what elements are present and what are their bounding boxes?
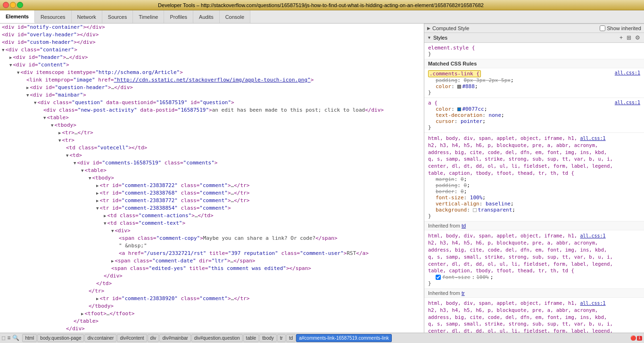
dom-line[interactable]: ▶<td class="comment-actions">…</td>: [0, 212, 424, 220]
dom-line[interactable]: <div id="overlay-header"></div>: [0, 31, 424, 39]
dom-line[interactable]: ▶<div id="header">…</div>: [0, 54, 424, 61]
dom-line[interactable]: ▼<table>: [0, 167, 424, 174]
dom-line[interactable]: ▶<span class="comment-date" dir="ltr">…<…: [0, 257, 424, 265]
css-file-link[interactable]: all.css:1: [580, 233, 605, 238]
toggle-style-icon[interactable]: ⊞: [626, 34, 632, 41]
css-file-link[interactable]: all.css:1: [580, 301, 605, 306]
show-inherited-checkbox[interactable]: [600, 25, 605, 31]
tab-elements[interactable]: Elements: [0, 10, 35, 23]
dom-line[interactable]: ▶<tr id="comment-23838768" class="commen…: [0, 189, 424, 197]
breadcrumb-container[interactable]: div.container: [84, 334, 116, 342]
tab-sources[interactable]: Sources: [102, 10, 133, 23]
dom-line[interactable]: " &nbsp;": [0, 242, 424, 250]
dom-line[interactable]: ▼<tr>: [0, 137, 424, 144]
expand-icon[interactable]: ▼: [81, 168, 83, 173]
breadcrumb-content[interactable]: div#content: [117, 334, 147, 342]
expand-icon[interactable]: ▶: [58, 131, 61, 135]
dom-line[interactable]: ▼<td class="comment-text">: [0, 220, 424, 227]
computed-triangle-icon[interactable]: ▶: [427, 26, 430, 31]
add-style-icon[interactable]: +: [619, 34, 624, 41]
expand-icon[interactable]: ▼: [104, 221, 106, 226]
dom-line[interactable]: ▶<tr id="comment-23838772" class="commen…: [0, 197, 424, 204]
expand-icon[interactable]: ▶: [9, 55, 12, 60]
minimize-button[interactable]: [10, 2, 16, 8]
tab-profiles[interactable]: Profiles: [164, 10, 193, 23]
dom-line[interactable]: ▼<div class="container">: [0, 46, 424, 54]
breadcrumb-question[interactable]: div#question.question: [191, 334, 243, 342]
breadcrumb-tr[interactable]: tr: [277, 334, 286, 342]
breadcrumb-div[interactable]: div: [148, 334, 159, 342]
expand-icon[interactable]: ▼: [96, 206, 99, 211]
expand-icon[interactable]: ▼: [9, 63, 12, 67]
expand-icon[interactable]: ▼: [111, 229, 114, 233]
font-size-inherited-checkbox[interactable]: [436, 275, 441, 280]
expand-icon[interactable]: ▼: [26, 93, 29, 98]
dom-line[interactable]: </div>: [0, 325, 424, 333]
breadcrumb-body[interactable]: body.question-page: [37, 334, 84, 342]
tab-network[interactable]: Network: [72, 10, 102, 23]
dom-line[interactable]: ▼<tr id="comment-23838854" class="commen…: [0, 204, 424, 212]
dom-line[interactable]: ▼<div id="mainbar">: [0, 91, 424, 99]
breadcrumb-html[interactable]: html: [22, 334, 37, 342]
dom-line[interactable]: ▶<tr>…</tr>: [0, 129, 424, 137]
expand-icon[interactable]: ▶: [104, 213, 106, 218]
expand-icon[interactable]: ▶: [26, 85, 29, 90]
dom-line[interactable]: <span class="comment-copy">Maybe you can…: [0, 235, 424, 242]
dom-line[interactable]: ▶<div id="question-header">…</div>: [0, 84, 424, 91]
expand-icon[interactable]: ▼: [17, 70, 19, 75]
dom-line[interactable]: </div>: [0, 272, 424, 280]
expand-icon[interactable]: ▼: [58, 138, 61, 143]
tab-audits[interactable]: Audits: [193, 10, 220, 23]
dom-line[interactable]: <a href="/users/2332721/rst" title="397 …: [0, 250, 424, 257]
inherited-td-link[interactable]: td: [462, 223, 466, 229]
dom-line[interactable]: ▶<tr id="comment-23838920" class="commen…: [0, 295, 424, 302]
dom-line[interactable]: </td>: [0, 280, 424, 287]
maximize-button[interactable]: [17, 2, 23, 8]
dom-line[interactable]: <td class="votecell"></td>: [0, 144, 424, 152]
expand-icon[interactable]: ▶: [111, 259, 114, 263]
dom-line[interactable]: ▼<table>: [0, 114, 424, 122]
dom-line[interactable]: </tr>: [0, 287, 424, 295]
expand-icon[interactable]: ▶: [96, 296, 99, 301]
inherited-tr-link[interactable]: tr: [462, 290, 465, 296]
dom-line[interactable]: ▼<div class="question" data-questionid="…: [0, 99, 424, 106]
expand-icon[interactable]: ▼: [34, 100, 36, 105]
dom-line[interactable]: <div id="custom-header"></div>: [0, 39, 424, 46]
dom-line[interactable]: ▼<tbody>: [0, 174, 424, 182]
close-button[interactable]: [3, 2, 9, 8]
expand-icon[interactable]: ▼: [51, 123, 53, 128]
breadcrumb-tbody[interactable]: tbody: [259, 334, 276, 342]
css-file-link[interactable]: all.css:1: [580, 136, 605, 141]
dom-line[interactable]: ▼<div id="comments-16587519" class="comm…: [0, 159, 424, 167]
expand-icon[interactable]: ▼: [43, 115, 46, 120]
dom-line[interactable]: <div id="notify-container"></div>: [0, 24, 424, 31]
dom-line[interactable]: ▼<div>: [0, 227, 424, 235]
dom-panel[interactable]: <div id="notify-container"></div> <div i…: [0, 24, 424, 333]
dom-line[interactable]: ▶<tr id="comment-23838722" class="commen…: [0, 182, 424, 189]
expand-icon[interactable]: ▶: [81, 311, 83, 316]
dom-line[interactable]: ▶<tfoot>…</tfoot>: [0, 310, 424, 318]
breadcrumb-table[interactable]: table: [243, 334, 259, 342]
expand-icon[interactable]: ▼: [2, 48, 4, 52]
dom-line[interactable]: <div class="new-post-activity" data-post…: [0, 106, 424, 114]
css-file-link[interactable]: all.css:1: [615, 100, 640, 105]
expand-icon[interactable]: ▶: [96, 191, 99, 196]
dom-line[interactable]: <span class="edited-yes" title="this com…: [0, 265, 424, 272]
tab-timeline[interactable]: Timeline: [133, 10, 164, 23]
tab-console[interactable]: Console: [220, 10, 250, 23]
inspect-element-icon[interactable]: ⬚: [2, 335, 5, 342]
window-controls[interactable]: [3, 2, 23, 8]
dom-line[interactable]: ▼<div itemscope itemtype="http://schema.…: [0, 69, 424, 76]
styles-triangle-icon[interactable]: ▼: [427, 35, 431, 40]
tab-resources[interactable]: Resources: [35, 10, 72, 23]
dom-line[interactable]: ▼<tbody>: [0, 122, 424, 129]
expand-icon[interactable]: ▶: [96, 183, 99, 188]
expand-icon[interactable]: ▼: [66, 153, 68, 158]
console-log-icon[interactable]: ≡: [7, 335, 10, 342]
expand-icon[interactable]: ▼: [89, 176, 91, 180]
dom-line[interactable]: <link itemprop="image" href="http://cdn.…: [0, 76, 424, 84]
dom-line[interactable]: ▼<div id="content">: [0, 61, 424, 69]
breadcrumb-td[interactable]: td: [286, 334, 296, 342]
expand-icon[interactable]: ▼: [74, 161, 76, 165]
dom-line[interactable]: ▼<td>: [0, 152, 424, 159]
